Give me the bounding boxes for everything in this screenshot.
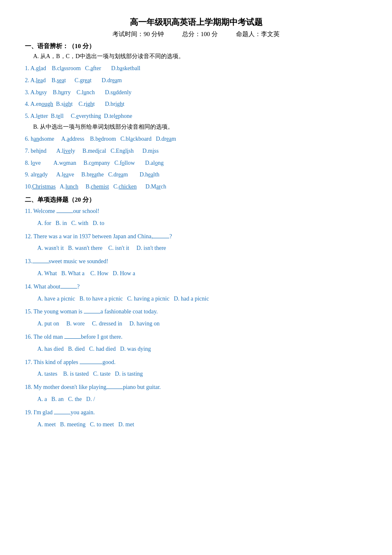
author: 命题人：李文英	[236, 31, 280, 37]
section2-title: 二、单项选择题（20 分）	[25, 196, 367, 204]
question-12: 12. There was a war in 1937 between Japa…	[25, 232, 367, 242]
question-11-options: A. for B. in C. with D. to	[37, 218, 367, 228]
subsection-a-desc: A. 从A，B，C，D中选出一项与划线部分读音不同的选项。	[33, 53, 367, 60]
question-7: 7. behind A.lively B.medical C.English D…	[25, 146, 367, 156]
question-13: 13.sweet music we sounded!	[25, 257, 367, 266]
question-6: 6. handsome A.address B.bedroom C.blackb…	[25, 134, 367, 144]
subsection-b-desc: B. 从中选出一项与所给单词划线部分读音相同的选项。	[33, 123, 367, 131]
question-5: 5. A.letter B.tell C.everything D.teleph…	[25, 111, 367, 121]
page-title: 高一年级职高英语上学期期中考试题	[25, 17, 367, 28]
question-9: 9. already A.leave B.breathe C.dream D.h…	[25, 170, 367, 180]
question-3: 3. A.busy B.hurry C.lunch D.suddenly	[25, 88, 367, 98]
question-4: 4. A.enough B.sight C.right D.bright	[25, 99, 367, 109]
question-16-options: A. has died B. died C. had died D. was d…	[37, 344, 367, 354]
question-10: 10.Christmas A.lunch B.chemist C.chicken…	[25, 182, 367, 192]
subtitle: 考试时间：90 分钟 总分：100 分 命题人：李文英	[25, 30, 367, 38]
question-1: 1. A.glad B.classroom C.after D.basketba…	[25, 64, 367, 73]
question-18: 18. My mother doesn't like playingpiano …	[25, 382, 367, 392]
question-19: 19. I'm glad you again.	[25, 408, 367, 418]
question-13-options: A. What B. What a C. How D. How a	[37, 269, 367, 279]
question-14-options: A. have a picnic B. to have a picnic C. …	[37, 294, 367, 304]
question-16: 16. The old man before I got there.	[25, 332, 367, 342]
question-15: 15. The young woman is a fashionable coa…	[25, 307, 367, 317]
question-12-options: A. wasn't it B. wasn't there C. isn't it…	[37, 243, 367, 253]
question-11: 11. Welcome our school!	[25, 206, 367, 216]
section1-title: 一、语音辨析：（10 分）	[25, 42, 367, 50]
question-15-options: A. put on B. wore C. dressed in D. havin…	[37, 319, 367, 329]
exam-time: 考试时间：90 分钟	[112, 31, 164, 37]
question-19-options: A. meet B. meeting C. to meet D. met	[37, 420, 367, 430]
question-17: 17. This kind of apples good.	[25, 357, 367, 367]
question-2: 2. A.lead B.seat C.great D.dream	[25, 76, 367, 86]
question-8: 8. love A.woman B.company C.follow D.alo…	[25, 158, 367, 168]
total-score: 总分：100 分	[182, 31, 218, 37]
question-14: 14. What about?	[25, 282, 367, 292]
question-17-options: A. tastes B. is tasted C. taste D. is ta…	[37, 369, 367, 379]
question-18-options: A. a B. an C. the D. /	[37, 394, 367, 404]
